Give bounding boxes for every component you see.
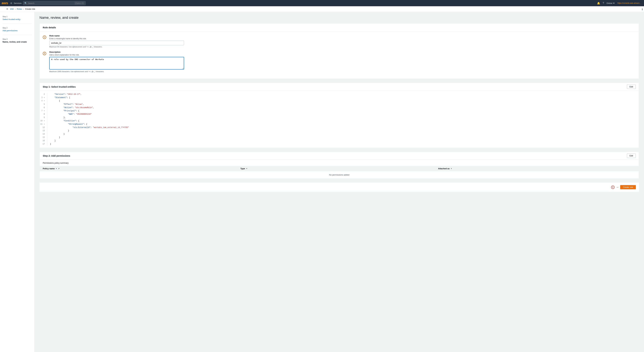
line-number: 6 xyxy=(40,106,48,109)
attached-sort-icon[interactable]: ▼ xyxy=(450,168,452,170)
description-field: 2 Description Add a short explanation fo… xyxy=(43,51,636,72)
role-details-card: Role details 1 Role name Enter a meaning… xyxy=(40,23,639,79)
description-label: Description xyxy=(49,51,636,53)
notifications-icon[interactable]: 🔔 xyxy=(597,2,600,5)
line-number: 16 xyxy=(40,139,48,142)
code-line: 2 "Version": "2012-10-17", xyxy=(40,93,639,96)
permissions-summary-label: Permissions policy summary xyxy=(40,160,639,166)
policy-name-link-icon: ↗ xyxy=(58,168,59,170)
code-line: 12 "sts:ExternalId": "workato_iam_extern… xyxy=(40,126,639,129)
step-2-label: Step 2 xyxy=(2,27,32,29)
nav-right: 🔔 ? Global ▼ https://console.aws.amazon.… xyxy=(597,2,642,5)
code-line: 7 ▾ "Principal": { xyxy=(40,109,639,113)
description-textarea[interactable] xyxy=(49,57,184,69)
line-content: "Effect": "Allow", xyxy=(50,103,84,106)
chevron-down-icon: ▼ xyxy=(613,2,615,4)
policy-sort-icon[interactable]: ▼ xyxy=(56,168,57,170)
line-content: "Condition": { xyxy=(50,120,79,123)
line-number: 7 ▾ xyxy=(40,110,48,113)
line-number: 15 xyxy=(40,136,48,139)
description-note: Maximum 1000 characters. Use alphanumeri… xyxy=(49,71,636,72)
line-content: }, xyxy=(50,116,66,119)
aws-logo-text: aws xyxy=(2,1,8,5)
side-nav-toggle[interactable]: ≡ xyxy=(6,6,9,12)
code-line: 5 "Effect": "Allow", xyxy=(40,103,639,106)
code-line: 3 ▾ "Statement": [ xyxy=(40,96,639,99)
step-1-label: Step 1 xyxy=(2,16,32,17)
code-line: 11 ▾ "StringEquals": { xyxy=(40,123,639,126)
permissions-title: Step 2: Add permissions xyxy=(43,155,70,157)
line-number: 8 xyxy=(40,113,48,116)
line-content: "sts:ExternalId": "workato_iam_external_… xyxy=(50,126,129,129)
step-2-name[interactable]: Add permissions xyxy=(2,29,32,32)
search-bar[interactable]: 🔍 [Option+S] xyxy=(23,1,86,5)
code-line: 14 } xyxy=(40,133,639,136)
attached-as-col-header: Attached as ▼ xyxy=(438,168,636,170)
trusted-entities-header: Step 1: Select trusted entities Edit xyxy=(40,83,639,91)
step-1-name[interactable]: Select trusted entity xyxy=(2,18,32,20)
line-content: "StringEquals": { xyxy=(50,123,87,126)
step-3-name: Name, review, and create xyxy=(2,41,32,43)
permissions-edit-button[interactable]: Edit xyxy=(627,154,636,158)
arrow-right-icon: → xyxy=(616,185,619,189)
line-content: } xyxy=(50,133,65,136)
breadcrumb-sep-1: › xyxy=(15,8,16,10)
field-step-2: 2 xyxy=(43,52,46,55)
line-content: { xyxy=(50,100,60,102)
code-line: 4 ▾ { xyxy=(40,99,639,103)
no-permissions-row: No permissions added xyxy=(40,171,639,178)
create-role-annotation: 3 → Create role xyxy=(611,185,636,189)
breadcrumb-roles[interactable]: Roles xyxy=(17,8,22,10)
main-content: Name, review, and create Role details 1 … xyxy=(34,12,644,352)
breadcrumb-current: Create role xyxy=(25,8,35,10)
code-block: 2 "Version": "2012-10-17",3 ▾ "Statement… xyxy=(40,91,639,148)
search-input[interactable] xyxy=(28,2,74,4)
role-name-row: 1 Role name Enter a meaningful name to i… xyxy=(43,34,636,48)
type-sort-icon[interactable]: ▼ xyxy=(246,168,248,170)
line-number: 14 xyxy=(40,133,48,136)
line-number: 12 xyxy=(40,126,48,129)
role-name-input[interactable] xyxy=(49,41,184,45)
line-content: "AWS": "353360065216" xyxy=(50,113,92,116)
bottom-action-bar: 3 → Create role xyxy=(40,182,639,192)
main-container: Step 1 Select trusted entity Step 2 Add … xyxy=(0,12,644,352)
line-number: 2 xyxy=(40,93,48,96)
line-content: "Principal": { xyxy=(50,110,79,113)
role-name-note: Maximum 64 characters. Use alphanumeric … xyxy=(49,46,636,48)
breadcrumb-sep-2: › xyxy=(23,8,24,10)
description-content: Description Add a short explanation for … xyxy=(49,51,636,72)
services-link[interactable]: Services xyxy=(14,2,22,4)
line-content: } xyxy=(50,136,60,139)
role-name-content: Role name Enter a meaningful name to ide… xyxy=(49,34,636,48)
line-number: 4 ▾ xyxy=(40,100,48,102)
aws-logo[interactable]: aws xyxy=(2,1,8,5)
help-icon[interactable]: ? xyxy=(603,2,604,4)
description-hint: Add a short explanation for this role. xyxy=(49,54,636,56)
type-col-header: Type ▼ xyxy=(240,168,438,170)
line-content: "Action": "sts:AssumeRole", xyxy=(50,106,94,109)
code-line: 6 "Action": "sts:AssumeRole", xyxy=(40,106,639,109)
line-number: 11 ▾ xyxy=(40,123,48,126)
line-content: } xyxy=(50,143,51,146)
page-title: Name, review, and create xyxy=(40,16,639,20)
info-icon[interactable]: ℹ xyxy=(642,8,643,11)
line-content: ] xyxy=(50,139,56,142)
role-name-label: Role name xyxy=(49,34,636,37)
policy-name-col-header: Policy name ▼ ↗ xyxy=(43,168,240,170)
role-details-header: Role details xyxy=(40,24,639,31)
line-number: 10 ▾ xyxy=(40,120,48,123)
grid-icon[interactable]: ⊞ xyxy=(10,2,12,4)
trusted-entities-edit-button[interactable]: Edit xyxy=(627,85,636,89)
code-line: 13 } xyxy=(40,129,639,133)
trusted-entities-section: Step 1: Select trusted entities Edit 2 "… xyxy=(40,83,639,148)
role-details-body: 1 Role name Enter a meaningful name to i… xyxy=(40,31,639,79)
line-content: "Statement": [ xyxy=(50,96,70,99)
create-role-button[interactable]: Create role xyxy=(620,185,636,189)
breadcrumb-iam[interactable]: IAM xyxy=(10,8,14,10)
account-url[interactable]: https://console.aws.amazon.com/... xyxy=(618,2,642,4)
global-selector[interactable]: Global ▼ xyxy=(606,2,615,4)
code-line: 15 } xyxy=(40,136,639,139)
sidebar-step-1: Step 1 Select trusted entity xyxy=(2,16,32,24)
role-name-hint: Enter a meaningful name to identify this… xyxy=(49,37,636,40)
step-3-annotation-number: 3 xyxy=(611,185,614,189)
